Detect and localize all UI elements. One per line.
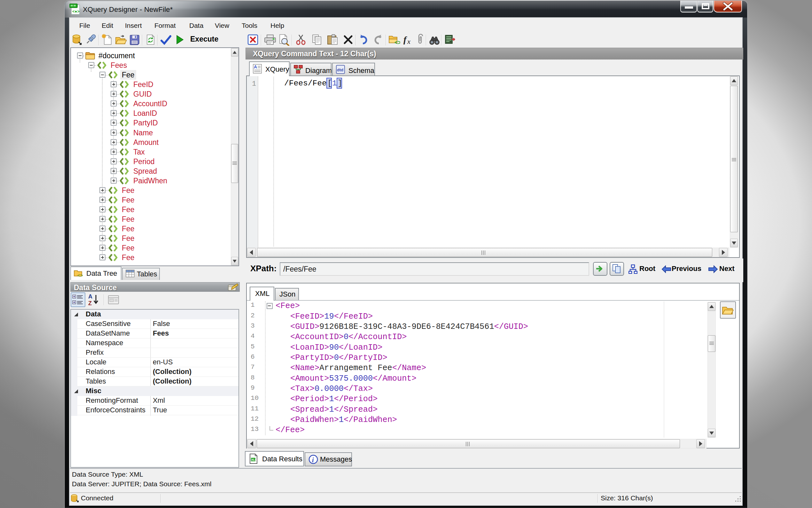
svg-text:<>: <>: [77, 272, 83, 278]
svg-text:<>: <>: [394, 39, 400, 46]
svg-text:XLS: XLS: [251, 458, 257, 461]
svg-text:Z: Z: [88, 300, 92, 306]
svg-text:dtd: dtd: [337, 68, 343, 72]
svg-text:f: f: [403, 35, 407, 44]
svg-text:x: x: [407, 37, 411, 45]
svg-text:A: A: [254, 64, 257, 70]
svg-text:A: A: [88, 293, 92, 300]
svg-text:<●>: <●>: [72, 9, 80, 14]
svg-text:i: i: [312, 457, 314, 464]
